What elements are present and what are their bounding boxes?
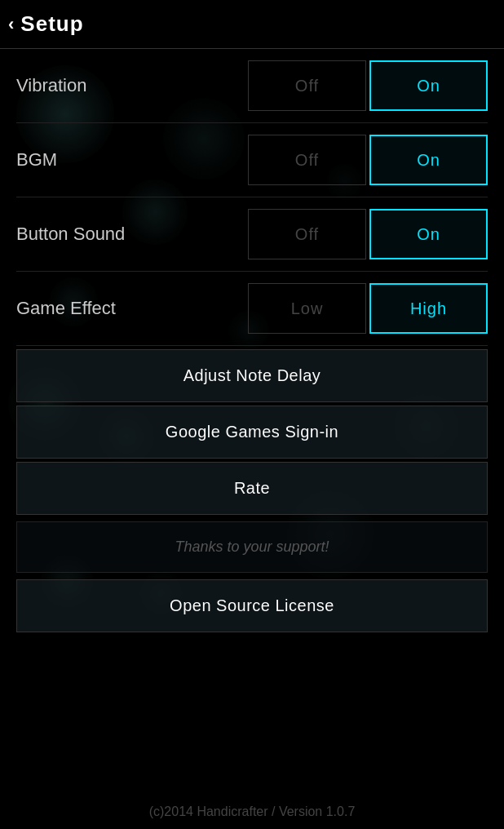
open-source-license-button[interactable]: Open Source License [16,579,488,632]
bgm-label: BGM [16,149,130,171]
back-icon[interactable]: ‹ [8,14,14,35]
footer: (c)2014 Handicrafter / Version 1.0.7 [0,795,504,829]
vibration-row: Vibration Off On [16,49,488,123]
button-sound-off-button[interactable]: Off [248,209,366,259]
settings-area: Vibration Off On BGM Off On Button Sound… [0,49,504,346]
action-buttons: Adjust Note Delay Google Games Sign-in R… [0,349,504,518]
adjust-note-delay-button[interactable]: Adjust Note Delay [16,349,488,402]
bgm-off-button[interactable]: Off [248,135,366,185]
game-effect-low-button[interactable]: Low [248,283,366,334]
button-sound-row: Button Sound Off On [16,197,488,272]
game-effect-row: Game Effect Low High [16,272,488,346]
google-games-signin-button[interactable]: Google Games Sign-in [16,406,488,459]
vibration-on-button[interactable]: On [369,60,488,111]
game-effect-label: Game Effect [16,298,130,319]
bgm-on-button[interactable]: On [369,135,488,185]
rate-button[interactable]: Rate [16,462,488,515]
button-sound-label: Button Sound [16,224,130,245]
bgm-row: BGM Off On [16,123,488,197]
game-effect-toggle-group: Low High [248,283,488,334]
game-effect-high-button[interactable]: High [369,283,488,334]
header: ‹ Setup [0,0,504,49]
support-text: Thanks to your support! [16,521,488,573]
button-sound-on-button[interactable]: On [369,209,488,259]
vibration-off-button[interactable]: Off [248,60,366,111]
footer-text: (c)2014 Handicrafter / Version 1.0.7 [149,805,356,818]
open-source-area: Open Source License [0,579,504,636]
page-title: Setup [20,11,83,37]
bgm-toggle-group: Off On [248,135,488,185]
vibration-toggle-group: Off On [248,60,488,111]
button-sound-toggle-group: Off On [248,209,488,259]
vibration-label: Vibration [16,75,130,96]
